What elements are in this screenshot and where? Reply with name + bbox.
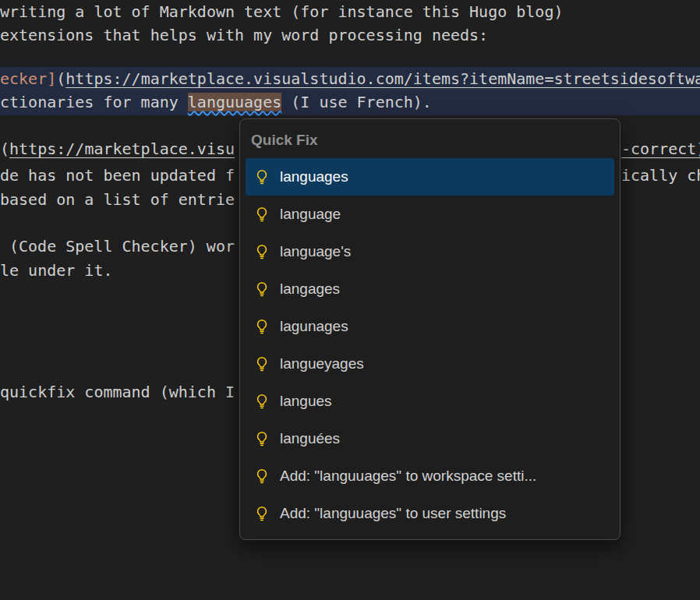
quickfix-item-langages[interactable]: langages: [246, 270, 614, 308]
quickfix-item-language[interactable]: language: [246, 196, 614, 233]
quickfix-item-language-s[interactable]: language's: [246, 233, 614, 270]
link-text: ecker]: [0, 69, 56, 88]
quickfix-item-label: Add: "languuages" to workspace setti...: [280, 468, 536, 485]
editor-text: writing a lot of Markdown text (for inst…: [0, 2, 563, 21]
quickfix-item-label: Add: "languuages" to user settings: [280, 505, 506, 522]
editor-line-fragment: ically ch: [621, 167, 700, 185]
quickfix-item-langu-es[interactable]: languées: [246, 420, 614, 457]
lightbulb-icon: [254, 169, 270, 185]
editor-line-fragment: quickfix command (which I: [0, 383, 235, 401]
quickfix-item-add-languuages-to-workspace-setti[interactable]: Add: "languuages" to workspace setti...: [246, 457, 614, 495]
quickfix-item-label: langages: [280, 281, 340, 298]
lightbulb-icon: [254, 506, 270, 521]
editor-text: le under it.: [0, 261, 113, 280]
lightbulb-icon: [254, 356, 270, 372]
link-url[interactable]: -correct): [621, 139, 700, 158]
editor-line-fragment: le under it.: [0, 262, 113, 280]
editor-line-fragment: (https://marketplace.visu: [0, 140, 235, 158]
quickfix-item-langueyages[interactable]: langueyages: [246, 345, 614, 383]
misspelled-word: languuages: [188, 93, 281, 111]
editor-text: based on a list of entrie: [0, 190, 235, 209]
editor-text: (: [0, 139, 9, 158]
quickfix-item-label: languages: [280, 168, 348, 185]
editor-text: ctionaries for many: [0, 93, 188, 111]
editor-text: ically ch: [621, 166, 700, 185]
editor-line-fragment: (Code Spell Checker) wor: [9, 238, 235, 256]
quickfix-item-label: langues: [280, 393, 332, 410]
lightbulb-icon: [254, 206, 270, 222]
link-url[interactable]: https://marketplace.visu: [9, 139, 235, 158]
editor-line-fragment: ecker](https://marketplace.visualstudio.…: [0, 70, 700, 88]
quickfix-list: languageslanguagelanguage'slangageslagun…: [240, 158, 620, 532]
editor-line-fragment: writing a lot of Markdown text (for inst…: [0, 3, 563, 21]
quickfix-item-label: languées: [280, 430, 340, 447]
editor-line-fragment: -correct): [621, 140, 700, 158]
editor-text: extensions that helps with my word proce…: [0, 26, 488, 44]
editor-line-fragment: ctionaries for many languuages (I use Fr…: [0, 94, 432, 111]
editor-line-fragment: based on a list of entrie: [0, 191, 235, 209]
editor-line-fragment: de has not been updated f: [0, 167, 235, 185]
editor-text: de has not been updated f: [0, 166, 235, 185]
editor-text: (I use French).: [281, 93, 432, 111]
lightbulb-icon: [254, 319, 270, 334]
editor-text: (: [56, 69, 65, 88]
quickfix-item-languages[interactable]: languages: [246, 158, 614, 196]
quickfix-item-lagunages[interactable]: lagunages: [246, 308, 614, 345]
editor-text: (Code Spell Checker) wor: [9, 237, 235, 256]
quickfix-item-label: langueyages: [280, 355, 364, 372]
quickfix-item-label: lagunages: [280, 318, 348, 335]
link-url[interactable]: https://marketplace.visualstudio.com/ite…: [65, 69, 700, 88]
quickfix-item-add-languuages-to-user-settings[interactable]: Add: "languuages" to user settings: [246, 495, 614, 532]
quickfix-item-langues[interactable]: langues: [246, 383, 614, 420]
lightbulb-icon: [254, 431, 270, 446]
lightbulb-icon: [254, 394, 270, 409]
quickfix-item-label: language: [280, 206, 341, 223]
editor-text: quickfix command (which I: [0, 383, 235, 401]
editor-line-fragment: extensions that helps with my word proce…: [0, 26, 488, 44]
lightbulb-icon: [254, 244, 270, 259]
quickfix-popup: Quick Fix languageslanguagelanguage'slan…: [239, 118, 620, 540]
lightbulb-icon: [254, 281, 270, 297]
lightbulb-icon: [254, 468, 270, 484]
quickfix-title: Quick Fix: [240, 119, 620, 158]
quickfix-item-label: language's: [280, 243, 351, 260]
